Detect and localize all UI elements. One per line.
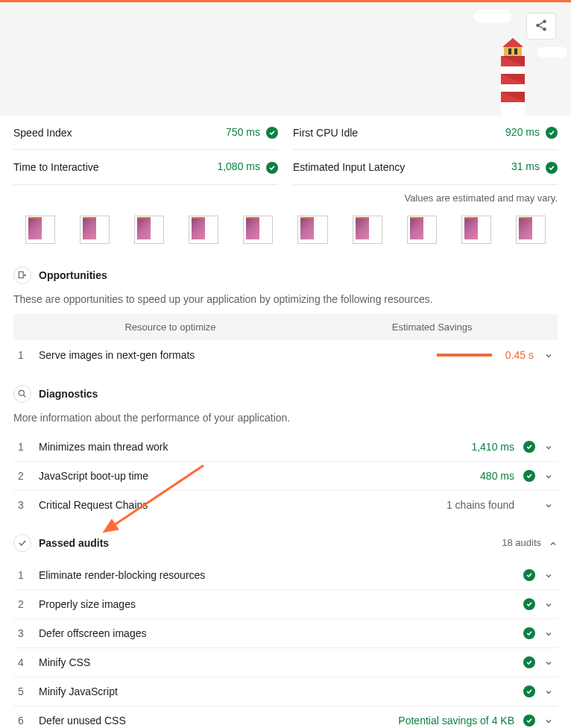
chevron-down-icon[interactable]: [544, 716, 553, 725]
cloud-decoration: [537, 47, 567, 57]
diagnostic-row[interactable]: 2JavaScript boot-up time480 ms: [13, 461, 558, 490]
filmstrip-thumb[interactable]: [407, 216, 437, 244]
passed-audits-count: 18 audits: [502, 537, 541, 548]
audit-label: Properly size images: [39, 598, 523, 610]
svg-rect-14: [19, 272, 23, 277]
passed-audit-row[interactable]: 6Defer unused CSSPotential savings of 4 …: [13, 706, 558, 728]
pass-check-icon: [523, 656, 535, 668]
svg-point-16: [19, 390, 24, 395]
opportunities-icon: [13, 266, 31, 284]
filmstrip: [0, 211, 571, 257]
metric-row: Estimated Input Latency31 ms: [293, 150, 558, 184]
svg-point-1: [536, 23, 540, 27]
filmstrip-thumb[interactable]: [297, 216, 327, 244]
diagnostic-label: JavaScript boot-up time: [39, 470, 480, 482]
svg-point-0: [543, 19, 546, 23]
metric-value: 750 ms: [226, 126, 260, 138]
savings-value: 0.45 s: [505, 349, 534, 361]
pass-check-icon: [523, 569, 535, 581]
metric-label: Speed Index: [13, 127, 72, 139]
chevron-down-icon[interactable]: [544, 442, 553, 451]
chevron-down-icon[interactable]: [544, 600, 553, 609]
filmstrip-thumb[interactable]: [243, 216, 273, 244]
chevron-down-icon[interactable]: [544, 658, 553, 667]
pass-check-icon: [266, 162, 278, 174]
audit-label: Defer unused CSS: [39, 715, 398, 727]
svg-rect-3: [504, 47, 522, 56]
svg-rect-4: [508, 48, 511, 54]
passed-audits-section: Passed audits 18 audits 1Eliminate rende…: [0, 525, 571, 728]
passed-audits-toggle[interactable]: Passed audits 18 audits: [13, 525, 558, 561]
diagnostics-desc: More information about the performance o…: [13, 412, 558, 433]
savings-bar: [437, 354, 492, 357]
hero-banner: [0, 0, 571, 116]
metric-row: First CPU Idle920 ms: [293, 116, 558, 150]
diagnostic-label: Critical Request Chains: [39, 499, 447, 511]
passed-audit-row[interactable]: 2Properly size images: [13, 589, 558, 618]
check-icon: [13, 534, 31, 552]
diagnostic-row[interactable]: 1Minimizes main thread work1,410 ms: [13, 433, 558, 461]
diagnostic-row[interactable]: 3Critical Request Chains1 chains found: [13, 490, 558, 519]
lighthouse-icon: [492, 34, 534, 116]
metric-value: 920 ms: [505, 126, 540, 138]
metrics-grid: Speed Index750 msTime to Interactive1,08…: [0, 116, 571, 185]
filmstrip-thumb[interactable]: [516, 216, 546, 244]
passed-audit-row[interactable]: 4Minify CSS: [13, 647, 558, 677]
diagnostic-value: 1 chains found: [447, 499, 514, 511]
pass-check-icon: [523, 685, 535, 697]
pass-check-icon: [523, 715, 535, 727]
diagnostic-label: Minimizes main thread work: [39, 441, 471, 453]
pass-check-icon: [523, 470, 535, 482]
filmstrip-thumb[interactable]: [189, 216, 218, 244]
opportunities-title: Opportunities: [39, 269, 107, 281]
metric-value: 31 ms: [511, 160, 540, 172]
svg-rect-15: [24, 274, 25, 275]
audit-label: Defer offscreen images: [39, 627, 523, 639]
filmstrip-thumb[interactable]: [25, 216, 55, 244]
audit-label: Eliminate render-blocking resources: [39, 569, 523, 581]
metric-row: Speed Index750 ms: [13, 116, 278, 150]
svg-marker-6: [502, 38, 523, 47]
estimate-note: Values are estimated and may vary.: [0, 185, 571, 211]
pass-check-icon: [523, 441, 535, 453]
svg-point-2: [543, 28, 546, 31]
filmstrip-thumb[interactable]: [134, 216, 164, 244]
metric-row: Time to Interactive1,080 ms: [13, 150, 278, 184]
chevron-down-icon[interactable]: [544, 351, 553, 360]
svg-rect-5: [514, 48, 517, 54]
pass-check-icon: [546, 162, 558, 174]
metric-label: Time to Interactive: [13, 161, 99, 173]
pass-check-icon: [523, 598, 535, 610]
pass-check-icon: [523, 627, 535, 639]
diagnostics-section: Diagnostics More information about the p…: [0, 376, 571, 519]
filmstrip-thumb[interactable]: [353, 216, 382, 244]
passed-audit-row[interactable]: 5Minify JavaScript: [13, 677, 558, 706]
diagnostic-value: 480 ms: [480, 470, 514, 482]
chevron-down-icon[interactable]: [544, 629, 553, 638]
opportunity-label: Serve images in next-gen formats: [39, 349, 437, 361]
chevron-down-icon[interactable]: [544, 471, 553, 480]
filmstrip-thumb[interactable]: [80, 216, 110, 244]
chevron-down-icon[interactable]: [544, 501, 553, 509]
passed-audit-row[interactable]: 1Eliminate render-blocking resources: [13, 561, 558, 589]
chevron-up-icon: [549, 539, 558, 547]
passed-audit-row[interactable]: 3Defer offscreen images: [13, 618, 558, 647]
pass-check-icon: [266, 127, 278, 139]
opportunities-table-header: Resource to optimize Estimated Savings: [13, 314, 558, 340]
metric-value: 1,080 ms: [217, 160, 260, 172]
svg-line-17: [24, 395, 26, 397]
chevron-down-icon[interactable]: [544, 571, 553, 580]
cloud-decoration: [474, 10, 511, 23]
audit-label: Minify CSS: [39, 656, 523, 668]
opportunity-row[interactable]: 1Serve images in next-gen formats0.45 s: [13, 340, 558, 370]
chevron-down-icon[interactable]: [544, 687, 553, 696]
opportunities-desc: These are opportunities to speed up your…: [13, 293, 558, 314]
share-icon: [534, 19, 548, 34]
audit-label: Minify JavaScript: [39, 685, 523, 697]
filmstrip-thumb[interactable]: [461, 216, 491, 244]
metric-label: Estimated Input Latency: [293, 161, 405, 173]
opportunities-section: Opportunities These are opportunities to…: [0, 257, 571, 370]
magnify-icon: [13, 385, 31, 403]
metric-label: First CPU Idle: [293, 127, 358, 139]
diagnostic-value: 1,410 ms: [471, 441, 514, 453]
